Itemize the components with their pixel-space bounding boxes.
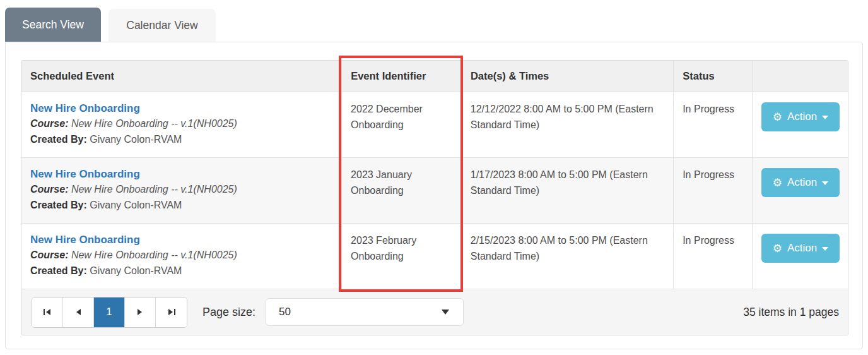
status-value: In Progress bbox=[683, 235, 734, 246]
status-cell: In Progress bbox=[674, 92, 753, 157]
table-header-row: Scheduled Event Event Identifier Date(s)… bbox=[21, 61, 848, 92]
header-event-identifier: Event Identifier bbox=[342, 61, 462, 92]
header-dates-times: Date(s) & Times bbox=[462, 61, 674, 92]
chevron-down-icon bbox=[822, 181, 828, 185]
event-identifier-cell: 2022 December Onboarding bbox=[342, 92, 462, 157]
created-by-line: Created By: Givany Colon-RVAM bbox=[30, 131, 332, 147]
status-value: In Progress bbox=[683, 169, 734, 180]
chevron-down-icon bbox=[822, 116, 828, 119]
dates-times-cell: 2/15/2023 8:00 AM to 5:00 PM (Eastern St… bbox=[462, 224, 674, 289]
action-dropdown-button[interactable]: ⚙ Action bbox=[761, 234, 840, 263]
search-results-panel: Scheduled Event Event Identifier Date(s)… bbox=[5, 42, 863, 349]
pagination-bar: 1 Page size: 50 35 items in 1 pages bbox=[21, 289, 848, 335]
event-identifier-cell: 2023 January Onboarding bbox=[342, 158, 462, 223]
created-by-label: Created By: bbox=[30, 200, 87, 210]
header-status: Status bbox=[674, 61, 753, 92]
page-size-label: Page size: bbox=[202, 306, 255, 319]
created-by-line: Created By: Givany Colon-RVAM bbox=[30, 197, 332, 213]
action-button-label: Action bbox=[787, 176, 817, 189]
created-by-label: Created By: bbox=[30, 134, 87, 145]
gear-icon: ⚙ bbox=[773, 112, 782, 123]
next-page-icon bbox=[138, 309, 142, 315]
course-value: New Hire Onboarding -- v.1(NH0025) bbox=[71, 118, 237, 129]
table-row: New Hire Onboarding Course: New Hire Onb… bbox=[21, 223, 848, 289]
previous-page-button[interactable] bbox=[63, 298, 94, 327]
course-line: Course: New Hire Onboarding -- v.1(NH002… bbox=[30, 247, 332, 263]
created-by-value: Givany Colon-RVAM bbox=[90, 134, 182, 145]
actions-cell: ⚙ Action bbox=[753, 224, 848, 289]
first-page-button[interactable] bbox=[32, 298, 63, 327]
created-by-line: Created By: Givany Colon-RVAM bbox=[30, 263, 332, 279]
status-cell: In Progress bbox=[674, 224, 753, 289]
table-row: New Hire Onboarding Course: New Hire Onb… bbox=[21, 92, 848, 157]
scheduled-events-table: Scheduled Event Event Identifier Date(s)… bbox=[21, 60, 848, 335]
course-label: Course: bbox=[30, 250, 68, 260]
page-size-value: 50 bbox=[279, 306, 291, 318]
action-button-label: Action bbox=[787, 242, 817, 255]
course-value: New Hire Onboarding -- v.1(NH0025) bbox=[71, 184, 237, 195]
header-actions bbox=[753, 61, 848, 92]
action-dropdown-button[interactable]: ⚙ Action bbox=[761, 102, 840, 131]
first-page-icon bbox=[44, 309, 50, 315]
course-label: Course: bbox=[30, 184, 68, 195]
scheduled-event-cell: New Hire Onboarding Course: New Hire Onb… bbox=[21, 224, 342, 289]
course-line: Course: New Hire Onboarding -- v.1(NH002… bbox=[30, 116, 332, 131]
select-caret-icon bbox=[442, 310, 449, 315]
dates-times-cell: 1/17/2023 8:00 AM to 5:00 PM (Eastern St… bbox=[462, 158, 674, 223]
pager-buttons: 1 bbox=[32, 297, 187, 328]
scheduled-event-cell: New Hire Onboarding Course: New Hire Onb… bbox=[21, 158, 342, 223]
tab-search-view[interactable]: Search View bbox=[5, 8, 101, 42]
tab-calendar-view-label: Calendar View bbox=[126, 19, 198, 32]
created-by-value: Givany Colon-RVAM bbox=[90, 200, 182, 210]
status-value: In Progress bbox=[683, 104, 734, 114]
course-label: Course: bbox=[30, 118, 68, 129]
action-button-label: Action bbox=[787, 111, 817, 123]
table-row: New Hire Onboarding Course: New Hire Onb… bbox=[21, 157, 848, 223]
last-page-button[interactable] bbox=[156, 298, 187, 327]
tab-search-view-label: Search View bbox=[22, 18, 84, 32]
event-title-link[interactable]: New Hire Onboarding bbox=[30, 232, 332, 247]
action-dropdown-button[interactable]: ⚙ Action bbox=[761, 168, 840, 197]
tab-calendar-view[interactable]: Calendar View bbox=[108, 9, 216, 42]
items-summary: 35 items in 1 pages bbox=[464, 306, 839, 319]
actions-cell: ⚙ Action bbox=[753, 158, 848, 223]
chevron-down-icon bbox=[822, 247, 828, 251]
view-tabbar: Search View Calendar View bbox=[0, 0, 868, 42]
dates-times-cell: 12/12/2022 8:00 AM to 5:00 PM (Eastern S… bbox=[462, 92, 674, 157]
previous-page-icon bbox=[76, 309, 81, 315]
page-number-button[interactable]: 1 bbox=[94, 298, 125, 327]
scheduled-event-cell: New Hire Onboarding Course: New Hire Onb… bbox=[21, 92, 342, 157]
event-title-link[interactable]: New Hire Onboarding bbox=[30, 167, 332, 181]
event-identifier-cell: 2023 February Onboarding bbox=[342, 224, 462, 289]
created-by-label: Created By: bbox=[30, 265, 87, 276]
header-scheduled-event: Scheduled Event bbox=[21, 61, 342, 92]
course-value: New Hire Onboarding -- v.1(NH0025) bbox=[71, 250, 237, 260]
course-line: Course: New Hire Onboarding -- v.1(NH002… bbox=[30, 181, 332, 197]
event-title-link[interactable]: New Hire Onboarding bbox=[30, 101, 332, 116]
page-size-select[interactable]: 50 bbox=[266, 298, 464, 326]
current-page-number: 1 bbox=[106, 306, 112, 318]
actions-cell: ⚙ Action bbox=[753, 92, 848, 157]
gear-icon: ⚙ bbox=[773, 178, 782, 188]
gear-icon: ⚙ bbox=[773, 243, 782, 254]
created-by-value: Givany Colon-RVAM bbox=[90, 265, 182, 276]
status-cell: In Progress bbox=[674, 158, 753, 223]
last-page-icon bbox=[168, 309, 175, 315]
next-page-button[interactable] bbox=[125, 298, 156, 327]
